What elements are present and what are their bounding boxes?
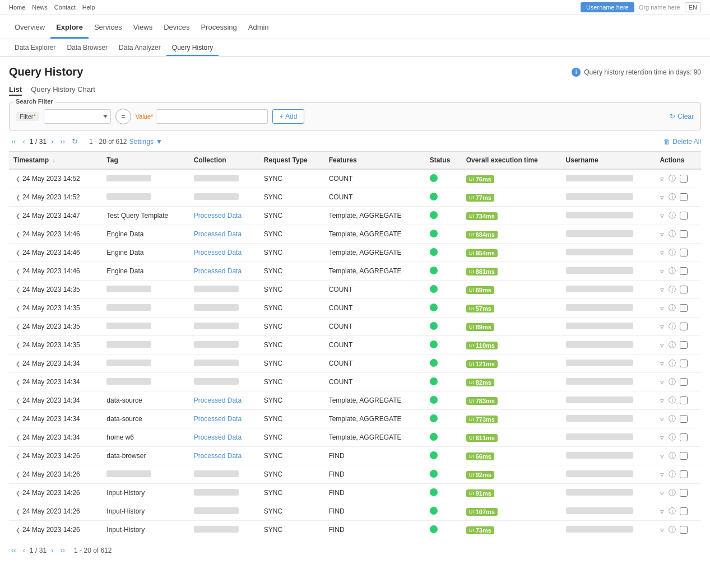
nav-devices[interactable]: Devices [158, 15, 195, 39]
filter-action-button[interactable]: ▿ [660, 451, 665, 461]
nav-overview[interactable]: Overview [9, 15, 50, 39]
subnav-data-browser[interactable]: Data Browser [61, 39, 113, 56]
row-checkbox[interactable] [680, 360, 688, 367]
nav-admin[interactable]: Admin [243, 15, 275, 39]
delete-all-button[interactable]: 🗑 Delete All [663, 138, 701, 146]
bottom-first-page-button[interactable]: ‹‹ [9, 545, 18, 556]
filter-select[interactable] [44, 109, 111, 124]
next-page-button[interactable]: › [49, 136, 55, 147]
info-action-button[interactable]: ⓘ [668, 247, 676, 258]
info-action-button[interactable]: ⓘ [668, 413, 676, 424]
tab-list[interactable]: List [9, 85, 22, 96]
info-action-button[interactable]: ⓘ [668, 265, 676, 277]
expand-button[interactable]: ❮ [13, 268, 22, 274]
row-checkbox[interactable] [680, 323, 688, 330]
info-action-button[interactable]: ⓘ [668, 450, 676, 461]
filter-action-button[interactable]: ▿ [660, 211, 665, 221]
value-input[interactable] [156, 109, 268, 124]
row-checkbox[interactable] [680, 507, 688, 515]
col-timestamp[interactable]: Timestamp ↓ [9, 152, 102, 170]
filter-action-button[interactable]: ▿ [660, 396, 665, 405]
filter-action-button[interactable]: ▿ [660, 267, 665, 276]
home-link[interactable]: Home [9, 4, 25, 11]
filter-action-button[interactable]: ▿ [660, 507, 665, 516]
row-checkbox[interactable] [680, 230, 688, 238]
info-action-button[interactable]: ⓘ [668, 210, 676, 221]
eq-button[interactable]: = [115, 109, 131, 124]
filter-action-button[interactable]: ▿ [660, 340, 665, 350]
row-checkbox[interactable] [680, 341, 688, 349]
filter-action-button[interactable]: ▿ [660, 304, 665, 313]
expand-button[interactable]: ❮ [13, 213, 22, 219]
user-button[interactable]: Username here [581, 2, 634, 12]
info-action-button[interactable]: ⓘ [668, 321, 676, 332]
row-checkbox[interactable] [680, 193, 688, 201]
info-action-button[interactable]: ⓘ [668, 228, 676, 240]
row-checkbox[interactable] [680, 470, 688, 478]
subnav-data-explorer[interactable]: Data Explorer [9, 39, 61, 56]
info-action-button[interactable]: ⓘ [668, 173, 676, 184]
filter-action-button[interactable]: ▿ [660, 414, 665, 424]
filter-action-button[interactable]: ▿ [660, 525, 665, 535]
clear-button[interactable]: ↻ Clear [670, 113, 694, 120]
row-checkbox[interactable] [680, 378, 688, 386]
filter-action-button[interactable]: ▿ [660, 359, 665, 368]
bottom-next-page-button[interactable]: › [49, 545, 55, 556]
info-action-button[interactable]: ⓘ [668, 284, 676, 295]
info-action-button[interactable]: ⓘ [668, 487, 676, 498]
filter-action-button[interactable]: ▿ [660, 322, 665, 332]
expand-button[interactable]: ❮ [13, 472, 22, 478]
row-checkbox[interactable] [680, 267, 688, 275]
prev-page-button[interactable]: ‹ [21, 136, 27, 147]
info-action-button[interactable]: ⓘ [668, 469, 676, 480]
row-checkbox[interactable] [680, 526, 688, 534]
filter-action-button[interactable]: ▿ [660, 248, 665, 258]
row-checkbox[interactable] [680, 286, 688, 293]
expand-button[interactable]: ❮ [13, 508, 22, 515]
nav-services[interactable]: Services [89, 15, 128, 39]
nav-views[interactable]: Views [128, 15, 158, 39]
subnav-query-history[interactable]: Query History [166, 39, 219, 56]
filter-action-button[interactable]: ▿ [660, 433, 665, 442]
news-link[interactable]: News [32, 4, 48, 11]
info-action-button[interactable]: ⓘ [668, 524, 676, 535]
expand-button[interactable]: ❮ [13, 287, 22, 293]
expand-button[interactable]: ❮ [13, 416, 22, 422]
contact-link[interactable]: Contact [54, 4, 76, 11]
info-action-button[interactable]: ⓘ [668, 302, 676, 314]
filter-action-button[interactable]: ▿ [660, 470, 665, 479]
info-action-button[interactable]: ⓘ [668, 192, 676, 203]
info-action-button[interactable]: ⓘ [668, 395, 676, 406]
refresh-button[interactable]: ↻ [69, 136, 80, 147]
nav-explore[interactable]: Explore [50, 15, 89, 39]
expand-button[interactable]: ❮ [13, 342, 22, 348]
row-checkbox[interactable] [680, 175, 688, 183]
filter-action-button[interactable]: ▿ [660, 174, 665, 184]
expand-button[interactable]: ❮ [13, 398, 22, 404]
row-checkbox[interactable] [680, 249, 688, 256]
row-checkbox[interactable] [680, 433, 688, 441]
last-page-button[interactable]: ›› [58, 136, 67, 147]
filter-action-button[interactable]: ▿ [660, 285, 665, 295]
expand-button[interactable]: ❮ [13, 231, 22, 237]
help-link[interactable]: Help [82, 4, 95, 11]
filter-action-button[interactable]: ▿ [660, 230, 665, 239]
bottom-prev-page-button[interactable]: ‹ [21, 545, 27, 556]
row-checkbox[interactable] [680, 396, 688, 404]
first-page-button[interactable]: ‹‹ [9, 136, 18, 147]
expand-button[interactable]: ❮ [13, 250, 22, 256]
filter-select-wrap[interactable] [44, 109, 111, 124]
expand-button[interactable]: ❮ [13, 527, 22, 533]
expand-button[interactable]: ❮ [13, 379, 22, 385]
row-checkbox[interactable] [680, 304, 688, 312]
expand-button[interactable]: ❮ [13, 361, 22, 367]
filter-action-button[interactable]: ▿ [660, 488, 665, 498]
expand-button[interactable]: ❮ [13, 194, 22, 200]
row-checkbox[interactable] [680, 415, 688, 423]
info-action-button[interactable]: ⓘ [668, 358, 676, 369]
expand-button[interactable]: ❮ [13, 453, 22, 459]
expand-button[interactable]: ❮ [13, 305, 22, 311]
settings-button[interactable]: Settings ▼ [129, 138, 163, 146]
tab-chart[interactable]: Query History Chart [31, 85, 95, 96]
expand-button[interactable]: ❮ [13, 176, 22, 182]
